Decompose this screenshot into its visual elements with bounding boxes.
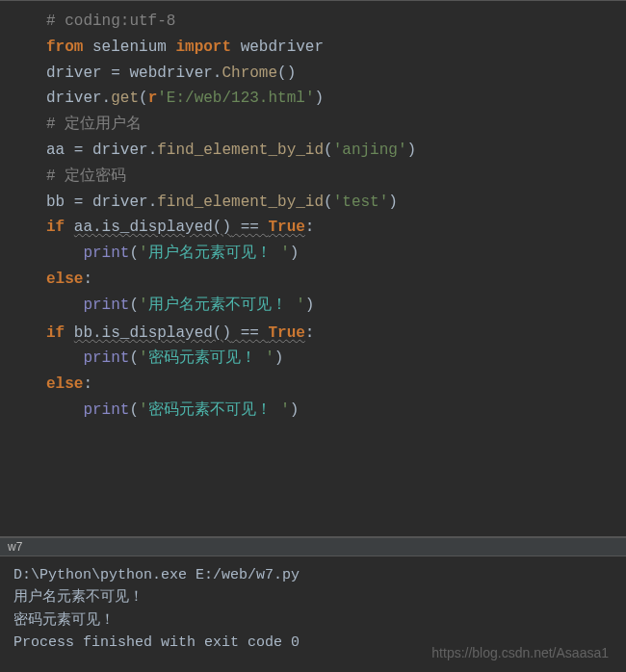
code-line: driver = webdriver.Chrome() xyxy=(0,61,626,87)
condition: bb.is_displayed() xyxy=(74,324,231,342)
code-line: from selenium import webdriver xyxy=(0,35,626,61)
indent xyxy=(46,297,83,314)
string: 'anjing' xyxy=(333,142,407,159)
indent xyxy=(46,349,83,367)
paren-close: ) xyxy=(274,349,284,367)
colon: : xyxy=(305,219,315,236)
comment: # 定位密码 xyxy=(46,168,126,185)
space xyxy=(83,39,92,56)
paren-open: ( xyxy=(129,401,139,419)
variable: driver xyxy=(46,90,102,107)
code-line: driver.get(r'E:/web/123.html') xyxy=(0,86,626,112)
literal-true: True xyxy=(268,219,304,236)
colon: : xyxy=(83,271,92,288)
object: driver xyxy=(92,194,148,211)
paren-open: ( xyxy=(129,245,139,262)
dot: . xyxy=(102,90,112,107)
module: selenium xyxy=(92,39,167,56)
console-output[interactable]: D:\Python\python.exe E:/web/w7.py 用户名元素不… xyxy=(0,556,626,672)
colon: : xyxy=(83,375,92,393)
code-line: print('密码元素可见！ ') xyxy=(0,346,626,372)
string-cn: 用户名元素可见！ xyxy=(148,245,272,262)
console-line: 密码元素可见！ xyxy=(13,609,613,632)
paren-open: ( xyxy=(139,90,148,107)
comment: # 定位用户名 xyxy=(46,116,142,133)
variable: driver xyxy=(46,65,102,82)
colon: : xyxy=(305,324,315,342)
quote: ' xyxy=(280,245,290,262)
operator: = xyxy=(65,142,92,159)
paren-close: ) xyxy=(406,142,416,159)
code-line: print('用户名元素可见！ ') xyxy=(0,241,626,267)
imported: webdriver xyxy=(241,39,324,56)
variable: bb xyxy=(46,194,65,211)
keyword-if: if xyxy=(46,219,74,236)
keyword-import: import xyxy=(175,39,231,56)
string: 'E:/web/123.html' xyxy=(157,90,314,107)
paren-close: ) xyxy=(290,401,300,419)
keyword-if: if xyxy=(46,324,74,342)
operator-eq: == xyxy=(231,324,268,342)
code-line: if bb.is_displayed() == True: xyxy=(0,321,626,347)
function: find_element_by_id xyxy=(157,142,324,159)
code-line: else: xyxy=(0,267,626,293)
dot: . xyxy=(148,142,158,159)
function: Chrome xyxy=(222,65,277,82)
code-line: # coding:utf-8 xyxy=(0,9,626,35)
quote: ' xyxy=(296,297,305,314)
object: webdriver xyxy=(129,65,212,82)
run-tab-label[interactable]: w7 xyxy=(8,540,22,554)
string: 'test' xyxy=(333,194,389,211)
code-line: # 定位密码 xyxy=(0,164,626,190)
console-line: D:\Python\python.exe E:/web/w7.py xyxy=(13,564,613,586)
string-cn: 密码元素可见！ xyxy=(148,349,256,367)
paren-open: ( xyxy=(324,142,333,159)
string-cn: 密码元素不可见！ xyxy=(148,401,272,419)
builtin-print: print xyxy=(83,401,129,419)
space xyxy=(231,39,241,56)
indent xyxy=(46,245,83,262)
quote: ' xyxy=(265,349,274,367)
quote: ' xyxy=(139,401,148,419)
code-line: print('密码元素不可见！ ') xyxy=(0,398,626,424)
paren-close: ) xyxy=(290,245,300,262)
quote: ' xyxy=(280,401,290,419)
function: find_element_by_id xyxy=(157,194,324,211)
run-tab-bar[interactable]: w7 xyxy=(0,537,626,556)
object: driver xyxy=(92,142,148,159)
literal-true: True xyxy=(268,324,304,342)
paren-open: ( xyxy=(324,194,333,211)
string xyxy=(272,245,281,262)
operator: = xyxy=(102,65,130,82)
indent xyxy=(46,401,83,419)
code-line: print('用户名元素不可见！ ') xyxy=(0,293,626,319)
paren-close: ) xyxy=(314,90,324,107)
code-line: aa = driver.find_element_by_id('anjing') xyxy=(0,138,626,164)
quote: ' xyxy=(139,297,148,314)
paren-close: ) xyxy=(305,297,315,314)
console-line: Process finished with exit code 0 xyxy=(13,632,613,654)
string xyxy=(272,401,281,419)
raw-prefix: r xyxy=(148,90,158,107)
parens: () xyxy=(277,65,296,82)
code-line: bb = driver.find_element_by_id('test') xyxy=(0,190,626,216)
function: get xyxy=(111,90,139,107)
builtin-print: print xyxy=(83,297,129,314)
console-line: 用户名元素不可见！ xyxy=(13,586,613,608)
builtin-print: print xyxy=(83,349,129,367)
string xyxy=(287,297,297,314)
keyword-else: else xyxy=(46,375,83,393)
code-line: if aa.is_displayed() == True: xyxy=(0,215,626,241)
variable: aa xyxy=(46,142,65,159)
operator: = xyxy=(65,194,92,211)
dot: . xyxy=(213,65,222,82)
code-editor[interactable]: # coding:utf-8 from selenium import webd… xyxy=(0,0,626,537)
keyword-else: else xyxy=(46,271,83,288)
string xyxy=(256,349,266,367)
paren-open: ( xyxy=(129,349,139,367)
quote: ' xyxy=(139,245,148,262)
quote: ' xyxy=(139,349,148,367)
code-line: # 定位用户名 xyxy=(0,112,626,138)
paren-close: ) xyxy=(388,194,398,211)
keyword-from: from xyxy=(46,39,83,56)
